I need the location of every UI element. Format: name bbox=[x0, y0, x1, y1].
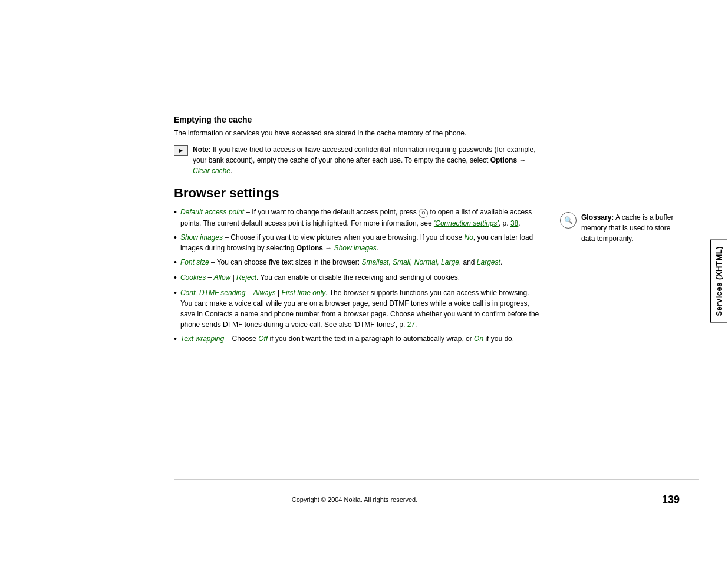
note-clear: Clear cache bbox=[193, 167, 230, 175]
list-item-default-access-point: Default access point – If you want to ch… bbox=[174, 207, 539, 229]
side-tab-label: Services (XHTML) bbox=[710, 240, 727, 323]
browser-settings-section: Browser settings Default access point – … bbox=[174, 186, 539, 345]
emptying-cache-section: Emptying the cache The information or se… bbox=[174, 115, 539, 176]
list-item-font-size: Font size – You can choose five text siz… bbox=[174, 257, 539, 269]
term-default-access-point: Default access point bbox=[180, 208, 244, 216]
glossary-box: Glossary: A cache is a buffer memory tha… bbox=[560, 212, 678, 244]
list-item-content: Text wrapping – Choose Off if you don't … bbox=[180, 333, 514, 344]
list-item-show-images: Show images – Choose if you want to view… bbox=[174, 232, 539, 253]
list-item-content: Show images – Choose if you want to view… bbox=[180, 232, 539, 253]
term-dtmf: Conf. DTMF sending bbox=[180, 289, 246, 297]
glossary-icon bbox=[560, 212, 577, 229]
glossary-text: Glossary: A cache is a buffer memory tha… bbox=[581, 212, 678, 244]
note-box: Note: If you have tried to access or hav… bbox=[174, 144, 539, 176]
list-item-content: Conf. DTMF sending – Always | First time… bbox=[180, 287, 539, 330]
emptying-cache-title: Emptying the cache bbox=[174, 115, 539, 124]
glossary-label: Glossary: bbox=[581, 213, 614, 222]
note-end: . bbox=[230, 167, 232, 175]
note-arrow: → bbox=[517, 156, 526, 164]
list-item-content: Font size – You can choose five text siz… bbox=[180, 257, 502, 267]
term-show-images: Show images bbox=[180, 233, 223, 242]
list-item-dtmf: Conf. DTMF sending – Always | First time… bbox=[174, 287, 539, 330]
note-text: Note: If you have tried to access or hav… bbox=[193, 144, 539, 176]
term-text-wrapping: Text wrapping bbox=[180, 335, 224, 343]
side-tab: Services (XHTML) bbox=[709, 0, 728, 562]
term-font-size: Font size bbox=[180, 258, 209, 266]
page-container: Services (XHTML) Emptying the cache The … bbox=[0, 0, 728, 562]
term-cookies: Cookies bbox=[180, 273, 206, 282]
note-label: Note: bbox=[193, 146, 211, 154]
footer-line bbox=[174, 479, 699, 480]
browser-settings-title: Browser settings bbox=[174, 186, 539, 201]
footer-copyright: Copyright © 2004 Nokia. All rights reser… bbox=[174, 496, 535, 503]
page-footer: Copyright © 2004 Nokia. All rights reser… bbox=[0, 496, 709, 503]
note-icon bbox=[174, 145, 188, 156]
footer-page-number: 139 bbox=[662, 494, 680, 506]
emptying-cache-intro: The information or services you have acc… bbox=[174, 128, 539, 138]
list-item-cookies: Cookies – Allow | Reject. You can enable… bbox=[174, 272, 539, 284]
main-content: Emptying the cache The information or se… bbox=[174, 115, 539, 349]
note-body: If you have tried to access or have acce… bbox=[193, 146, 536, 164]
note-options: Options bbox=[490, 156, 517, 164]
list-item-content: Default access point – If you want to ch… bbox=[180, 207, 539, 229]
browser-settings-list: Default access point – If you want to ch… bbox=[174, 207, 539, 345]
list-item-text-wrapping: Text wrapping – Choose Off if you don't … bbox=[174, 333, 539, 345]
list-item-content: Cookies – Allow | Reject. You can enable… bbox=[180, 272, 460, 283]
